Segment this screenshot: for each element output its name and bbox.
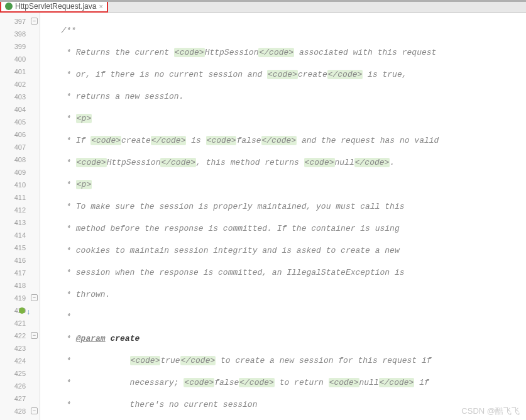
javadoc-line: * bbox=[47, 311, 526, 323]
line-number: ↓420 bbox=[0, 304, 40, 317]
line-number: 404 bbox=[0, 103, 40, 116]
override-arrow-icon: ↓ bbox=[26, 306, 30, 318]
fold-icon[interactable]: − bbox=[31, 18, 38, 25]
line-number: 399 bbox=[0, 40, 40, 53]
javadoc-line: * Returns the current <code>HttpSession<… bbox=[47, 47, 526, 59]
editor: 397− 398 399 400 401 402 403 404 405 406… bbox=[0, 13, 526, 420]
javadoc-line: * <p> bbox=[47, 113, 526, 125]
line-number: 417 bbox=[0, 267, 40, 279]
line-number: 418 bbox=[0, 279, 40, 292]
javadoc-line: * session when the response is committed… bbox=[47, 267, 526, 279]
line-number: 400 bbox=[0, 53, 40, 65]
tab-filename: HttpServletRequest.java bbox=[15, 2, 96, 11]
tab-bar: HttpServletRequest.java × bbox=[0, 0, 526, 13]
line-number: 398 bbox=[0, 28, 40, 40]
javadoc-line: * To make sure the session is properly m… bbox=[47, 201, 526, 213]
javadoc-line: * returns a new session. bbox=[47, 91, 526, 103]
javadoc-line: * there's no current session bbox=[47, 399, 526, 411]
line-number: 410 bbox=[0, 179, 40, 191]
code-area[interactable]: /** * Returns the current <code>HttpSess… bbox=[40, 13, 526, 420]
line-number: 415 bbox=[0, 241, 40, 254]
line-number: 414 bbox=[0, 229, 40, 241]
javadoc-line: * cookies to maintain session integrity … bbox=[47, 245, 526, 257]
line-number: 407 bbox=[0, 141, 40, 153]
javadoc-line: * <code>true</code> to create a new sess… bbox=[47, 355, 526, 367]
line-number: 401 bbox=[0, 65, 40, 78]
line-number: 412 bbox=[0, 204, 40, 216]
close-icon[interactable]: × bbox=[99, 3, 102, 10]
line-number: 421 bbox=[0, 317, 40, 329]
line-number: 406 bbox=[0, 128, 40, 141]
gutter-marker-icon bbox=[19, 307, 25, 314]
line-number: 402 bbox=[0, 78, 40, 91]
line-number: 424 bbox=[0, 355, 40, 367]
line-number: 413 bbox=[0, 216, 40, 229]
fold-icon[interactable]: − bbox=[31, 407, 38, 414]
line-number: 428− bbox=[0, 405, 40, 417]
line-number: 408 bbox=[0, 153, 40, 166]
line-number: 426 bbox=[0, 380, 40, 392]
javadoc-line: * method before the response is committe… bbox=[47, 223, 526, 235]
watermark: CSDN @酷飞飞 bbox=[461, 406, 520, 417]
line-number: 423 bbox=[0, 342, 40, 355]
javadoc-line: * @param create bbox=[47, 333, 526, 345]
javadoc-line: * necessary; <code>false</code> to retur… bbox=[47, 377, 526, 389]
line-number: 422− bbox=[0, 329, 40, 342]
line-number: 416 bbox=[0, 254, 40, 267]
java-file-icon bbox=[5, 3, 13, 10]
javadoc-line: * thrown. bbox=[47, 289, 526, 301]
line-number: 409 bbox=[0, 166, 40, 179]
line-number: 403 bbox=[0, 91, 40, 103]
line-number: 411 bbox=[0, 191, 40, 204]
javadoc-line: /** bbox=[47, 25, 526, 37]
javadoc-line: * <code>HttpSession</code>, this method … bbox=[47, 157, 526, 169]
line-number: ↓429 bbox=[0, 417, 40, 420]
line-number: 405 bbox=[0, 116, 40, 128]
line-number: 427 bbox=[0, 392, 40, 405]
line-number: 397− bbox=[0, 15, 40, 28]
javadoc-line: * If <code>create</code> is <code>false<… bbox=[47, 135, 526, 147]
gutter: 397− 398 399 400 401 402 403 404 405 406… bbox=[0, 13, 40, 420]
line-number: 419− bbox=[0, 292, 40, 304]
javadoc-line: * or, if there is no current session and… bbox=[47, 69, 526, 81]
fold-icon[interactable]: − bbox=[31, 332, 38, 339]
javadoc-line: * <p> bbox=[47, 179, 526, 191]
fold-icon[interactable]: − bbox=[31, 294, 38, 301]
line-number: 425 bbox=[0, 367, 40, 380]
